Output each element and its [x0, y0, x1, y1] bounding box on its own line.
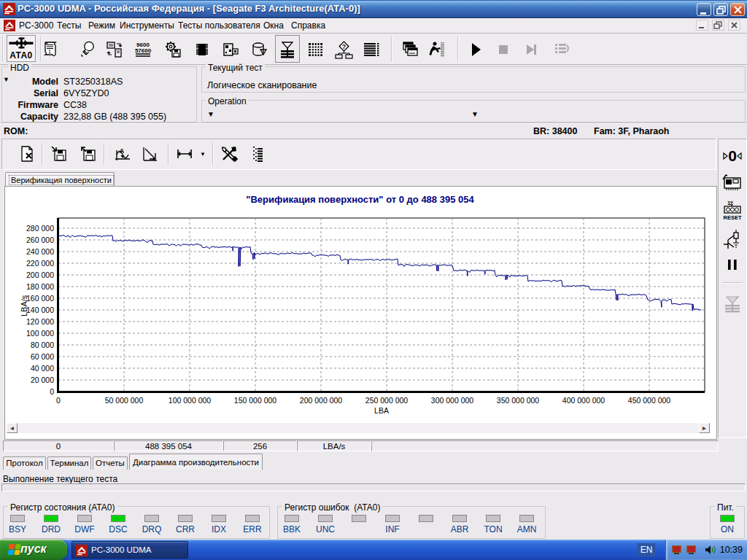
svg-text:140 000: 140 000 [26, 306, 54, 314]
svg-text:50 000 000: 50 000 000 [105, 396, 144, 405]
svg-text:120 000: 120 000 [26, 317, 54, 326]
svg-text:20 000: 20 000 [31, 376, 54, 384]
svg-text:150 000 000: 150 000 000 [234, 396, 277, 405]
svg-text:57600: 57600 [135, 47, 152, 54]
svg-text:260 000: 260 000 [26, 236, 54, 244]
svg-text:0: 0 [728, 147, 737, 164]
svg-text:LBA: LBA [374, 406, 389, 415]
svg-text:1: 1 [727, 200, 731, 206]
svg-text:80 000: 80 000 [31, 341, 54, 349]
svg-text:450 000 000: 450 000 000 [628, 396, 671, 405]
svg-text:250 000 000: 250 000 000 [365, 396, 409, 405]
svg-text:180 000: 180 000 [26, 282, 54, 291]
svg-text:220 000: 220 000 [26, 259, 54, 268]
svg-text:LBA/s: LBA/s [20, 295, 28, 316]
svg-text:?: ? [342, 43, 347, 50]
svg-text:RESET: RESET [723, 214, 741, 221]
svg-text:200 000: 200 000 [26, 271, 54, 279]
svg-text:100 000: 100 000 [26, 329, 54, 338]
svg-text:A: A [120, 147, 125, 155]
svg-text:350 000 000: 350 000 000 [497, 396, 540, 405]
svg-text:0: 0 [56, 396, 61, 405]
svg-text:300 000 000: 300 000 000 [431, 396, 474, 405]
svg-text:0: 0 [50, 387, 54, 396]
svg-text:60 000: 60 000 [31, 352, 54, 361]
svg-text:280 000: 280 000 [26, 224, 54, 233]
svg-text:240 000: 240 000 [26, 247, 54, 256]
svg-text:100 000 000: 100 000 000 [169, 396, 212, 405]
svg-text:200 000 000: 200 000 000 [300, 396, 343, 405]
svg-text:400 000 000: 400 000 000 [562, 396, 605, 405]
svg-text:40 000: 40 000 [31, 364, 54, 373]
svg-text:160 000: 160 000 [26, 294, 54, 303]
